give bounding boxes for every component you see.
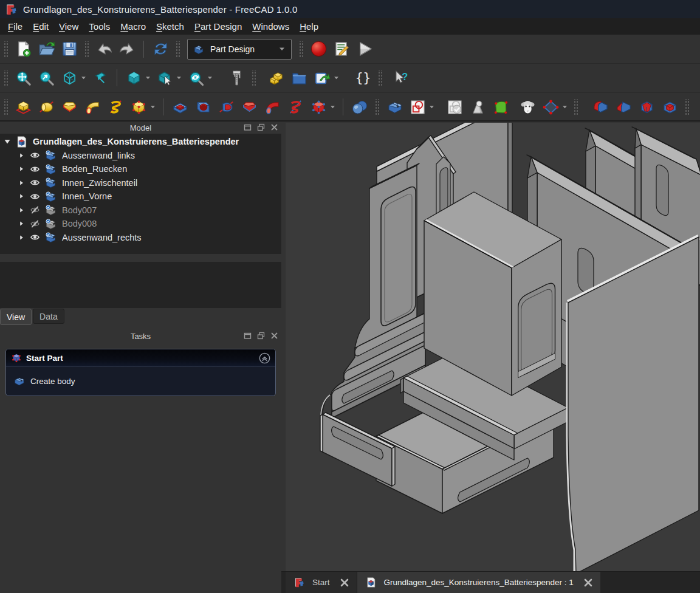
tree-item-body007[interactable]: Body007 [0,204,281,218]
shapebinder-button[interactable] [489,95,512,118]
thickness-button[interactable] [658,95,681,118]
subtractive-loft-button[interactable] [238,95,261,118]
toolbar-grip[interactable] [4,99,8,115]
toolbar-grip[interactable] [84,41,89,57]
create-group-button[interactable] [287,66,311,89]
measure-button[interactable] [225,66,248,89]
menu-windows[interactable]: Windows [247,19,294,33]
model-float-icon[interactable] [243,123,252,132]
toolbar-grip[interactable] [685,99,689,115]
sync-view-button[interactable] [184,66,207,89]
revolution-button[interactable] [35,95,58,118]
eye-visible-icon[interactable] [30,150,40,160]
subtractive-helix-button[interactable] [284,95,307,118]
model-close-icon[interactable] [270,123,279,132]
expander-icon[interactable] [18,166,24,172]
tree-item-boden_ruecken[interactable]: Boden_Ruecken [0,162,281,176]
expander-icon[interactable] [18,180,24,186]
groove-button[interactable] [214,95,238,118]
toolbar-grip[interactable] [4,70,8,86]
expander-icon[interactable] [18,153,24,159]
subtractive-pipe-button[interactable] [261,95,284,118]
close-icon[interactable] [583,578,593,588]
fit-all-button[interactable] [12,66,35,89]
tab-view[interactable]: View [0,309,32,325]
eye-visible-icon[interactable] [30,191,40,202]
menu-macro[interactable]: Macro [115,19,151,33]
expander-icon[interactable] [18,235,24,241]
pad-button[interactable] [12,95,35,118]
draw-style-button[interactable] [122,66,145,89]
redo-button[interactable] [115,38,139,61]
whats-this-button[interactable] [389,66,413,89]
expander-icon[interactable] [18,193,24,199]
toolbar-grip[interactable] [176,41,180,57]
expander-icon[interactable] [18,207,24,213]
mdi-tab-start[interactable]: Start [286,572,357,593]
map-sketch-button[interactable] [466,95,489,118]
expression-button[interactable] [351,66,374,89]
new-document-button[interactable] [12,38,35,61]
tree-item-innen_zwischenteil[interactable]: Innen_Zwischenteil [0,176,281,190]
additive-primitive-button[interactable] [127,95,150,118]
workbench-selector[interactable]: Part Design [187,39,292,60]
menu-sketch[interactable]: Sketch [151,19,189,33]
isometric-view-button[interactable] [58,66,81,89]
tasks-undock-icon[interactable] [256,331,266,340]
macro-edit-button[interactable] [330,38,353,61]
fit-selection-button[interactable] [35,66,58,89]
expander-icon[interactable] [3,137,12,146]
expander-icon[interactable] [18,221,24,227]
align-view-button[interactable] [89,66,112,89]
menu-view[interactable]: View [54,19,83,33]
create-body-action[interactable]: Create body [6,367,275,396]
menu-edit[interactable]: Edit [28,19,53,33]
macro-execute-button[interactable] [353,38,376,61]
open-document-button[interactable] [35,38,58,61]
draft-button[interactable] [635,95,658,118]
refresh-button[interactable] [149,38,172,61]
tree-item-aussenwand_links[interactable]: Aussenwand_links [0,149,281,163]
collapse-icon[interactable] [259,352,270,364]
tasks-float-icon[interactable] [243,331,252,340]
menu-part-design[interactable]: Part Design [190,19,247,33]
toolbar-grip[interactable] [252,70,256,86]
pocket-button[interactable] [168,95,191,118]
chamfer-button[interactable] [612,95,635,118]
toolbar-grip[interactable] [375,99,379,115]
eye-visible-icon[interactable] [30,177,40,188]
menu-file[interactable]: File [3,19,27,33]
toolbar-grip[interactable] [574,99,578,115]
save-document-button[interactable] [58,38,81,61]
datum-button[interactable] [539,95,562,118]
tree-item-grundlagen_des_konstruierens_batteriespender[interactable]: Grundlagen_des_Konstruierens_Batteriespe… [0,135,281,149]
dock-viewport-splitter[interactable] [281,122,286,593]
start-part-header[interactable]: Start Part [6,349,275,367]
eye-visible-icon[interactable] [30,164,40,174]
hole-button[interactable] [191,95,214,118]
tree-property-splitter[interactable] [0,254,281,262]
menu-tools[interactable]: Tools [84,19,115,33]
3d-viewport[interactable] [286,123,700,571]
toolbar-grip[interactable] [299,41,303,57]
make-link-button[interactable] [311,66,334,89]
eye-hidden-icon[interactable] [30,205,40,215]
macro-record-button[interactable] [307,38,330,61]
eye-visible-icon[interactable] [30,232,40,242]
additive-loft-button[interactable] [58,95,81,118]
mdi-tab-document[interactable]: Grundlagen_des_Konstruierens_Batteriespe… [357,572,600,593]
toolbar-grip[interactable] [4,41,8,57]
menu-help[interactable]: Help [295,19,323,33]
boolean-operation-button[interactable] [348,95,371,118]
tab-data[interactable]: Data [33,309,64,324]
create-body-button[interactable] [383,95,406,118]
model-undock-icon[interactable] [256,123,266,132]
tree-item-aussenwand_rechts[interactable]: Aussenwand_rechts [0,231,281,245]
create-part-button[interactable] [264,66,287,89]
close-icon[interactable] [340,578,349,588]
create-sketch-button[interactable] [406,95,429,118]
eye-hidden-icon[interactable] [30,219,40,229]
fillet-button[interactable] [589,95,612,118]
tree-item-innen_vorne[interactable]: Innen_Vorne [0,190,281,204]
additive-helix-button[interactable] [104,95,127,118]
